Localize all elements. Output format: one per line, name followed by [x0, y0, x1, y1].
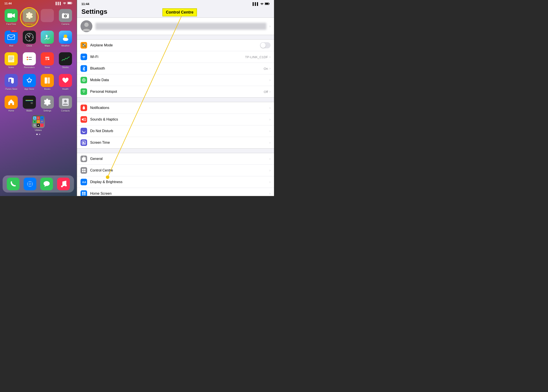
settings-row-hotspot[interactable]: Personal Hotspot Off ›: [77, 86, 274, 97]
app-home[interactable]: Home: [3, 96, 19, 112]
books-label: Books: [44, 88, 50, 90]
settings-row-bluetooth[interactable]: Bluetooth On ›: [77, 63, 274, 74]
wallet-icon[interactable]: [23, 96, 36, 109]
svg-point-52: [262, 5, 262, 5]
airplane-toggle[interactable]: [260, 42, 270, 48]
svg-rect-40: [26, 100, 33, 100]
settings-row-screentime[interactable]: Screen Time ›: [77, 137, 274, 148]
clock-icon[interactable]: [23, 31, 36, 44]
news-icon[interactable]: [41, 52, 54, 65]
svg-point-61: [84, 80, 84, 81]
iphone-home-screen: 11:44 ▌▌▌: [0, 0, 77, 196]
svg-rect-72: [84, 171, 85, 172]
maps-label: Maps: [45, 45, 50, 47]
profile-row[interactable]: ›: [77, 17, 274, 35]
app-facetime[interactable]: FaceTime: [3, 9, 19, 25]
svg-rect-74: [82, 192, 84, 193]
app-grid-row2: 109,132 Mail: [0, 28, 77, 49]
dock-safari[interactable]: [24, 178, 36, 190]
app-camera[interactable]: Camera: [58, 9, 73, 25]
appstore-icon[interactable]: [23, 74, 36, 87]
svg-point-57: [84, 22, 89, 27]
wifi-icon: [63, 2, 66, 5]
airplane-icon: ✈️: [80, 42, 87, 49]
svg-point-48: [61, 185, 63, 187]
dock-music[interactable]: [57, 178, 70, 190]
svg-rect-66: [83, 142, 83, 144]
svg-point-63: [83, 92, 84, 93]
dock-phone[interactable]: [7, 178, 20, 190]
app-wallet[interactable]: Wallet: [22, 96, 37, 112]
settings-section-connectivity: ✈️ Airplane Mode Wi-Fi TP-LINK_C1DF ›: [77, 39, 274, 98]
svg-rect-36: [48, 77, 50, 84]
books-icon[interactable]: [41, 74, 54, 87]
wifi-row-icon: [80, 54, 87, 60]
svg-text:AA: AA: [82, 181, 86, 184]
app-settings-small[interactable]: Settings: [40, 96, 55, 112]
app-appstore[interactable]: App Store: [22, 74, 37, 90]
utilities-folder-icon[interactable]: 📞 ⚙️ 📺 📱 🎙️ 🔐 📡 ⌚ ❤️: [32, 115, 45, 128]
svg-rect-67: [84, 141, 84, 144]
settings-row-controlcentre[interactable]: Control Centre ›: [77, 165, 274, 176]
weather-label: Weather: [61, 45, 70, 47]
settings-icon-highlighted[interactable]: [23, 9, 36, 22]
hotspot-chevron: ›: [269, 90, 270, 94]
contacts-icon[interactable]: [59, 96, 72, 109]
app-itunes[interactable]: iTunes Store: [3, 74, 19, 90]
app-news[interactable]: News: [40, 52, 55, 69]
svg-rect-75: [84, 192, 85, 193]
app-mail[interactable]: 109,132 Mail: [3, 31, 19, 47]
app-utilities[interactable]: 📞 ⚙️ 📺 📱 🎙️ 🔐 📡 ⌚ ❤️ Utilities: [3, 115, 73, 132]
reminders-icon[interactable]: [23, 52, 36, 65]
svg-point-9: [67, 14, 68, 15]
app-books[interactable]: Books: [40, 74, 55, 90]
settings-row-dnd[interactable]: Do Not Disturb ›: [77, 125, 274, 137]
sounds-label: Sounds & Haptics: [90, 118, 269, 121]
svg-point-32: [27, 59, 28, 60]
status-icons-left: ▌▌▌: [56, 2, 72, 5]
svg-rect-71: [82, 171, 84, 172]
camera-icon[interactable]: [59, 9, 72, 22]
facetime-icon[interactable]: [5, 9, 18, 22]
svg-rect-41: [31, 102, 33, 104]
dnd-icon: [80, 128, 87, 134]
notifications-icon: [80, 105, 87, 111]
app-stocks[interactable]: Stocks: [58, 52, 73, 69]
maps-icon[interactable]: 280: [41, 31, 54, 44]
app-maps[interactable]: 280 Maps: [40, 31, 55, 47]
weather-icon[interactable]: [59, 31, 72, 44]
wallet-label: Wallet: [26, 110, 32, 112]
stocks-icon[interactable]: [59, 52, 72, 65]
settings-row-wifi[interactable]: Wi-Fi TP-LINK_C1DF ›: [77, 51, 274, 63]
health-icon[interactable]: [59, 74, 72, 87]
app-clock[interactable]: Clock: [22, 31, 37, 47]
notes-icon[interactable]: [5, 52, 18, 65]
app-health[interactable]: Health: [58, 74, 73, 90]
settings-row-general[interactable]: General ›: [77, 153, 274, 165]
settings-row-display[interactable]: AA Display & Brightness ›: [77, 176, 274, 188]
controlcentre-label: Control Centre: [90, 168, 269, 172]
settings-row-sounds[interactable]: Sounds & Haptics ›: [77, 114, 274, 125]
app-weather[interactable]: Weather: [58, 31, 73, 47]
app-contacts[interactable]: Contacts: [58, 96, 73, 112]
dot-1: [36, 134, 38, 135]
settings-row-airplane[interactable]: ✈️ Airplane Mode: [77, 40, 274, 51]
app-settings-highlighted[interactable]: Settings: [22, 9, 37, 25]
svg-rect-79: [84, 195, 85, 195]
svg-point-8: [65, 15, 66, 17]
settings-small-icon[interactable]: [41, 96, 54, 109]
mail-icon[interactable]: 109,132: [5, 31, 18, 44]
svg-rect-3: [68, 2, 71, 4]
app-reminders[interactable]: Reminders: [22, 52, 37, 69]
battery-icon: [67, 2, 72, 5]
dnd-label: Do Not Disturb: [90, 129, 269, 133]
settings-row-homescreen[interactable]: Home Screen ›: [77, 188, 274, 196]
svg-point-0: [64, 4, 65, 5]
home-icon[interactable]: [5, 96, 18, 109]
app-notes[interactable]: Notes: [3, 52, 19, 69]
dock-messages[interactable]: [40, 178, 53, 190]
settings-row-notifications[interactable]: Notifications ›: [77, 102, 274, 114]
settings-row-mobile[interactable]: Mobile Data ›: [77, 74, 274, 86]
profile-name-blurred: [95, 23, 266, 30]
itunes-icon[interactable]: [5, 74, 18, 87]
